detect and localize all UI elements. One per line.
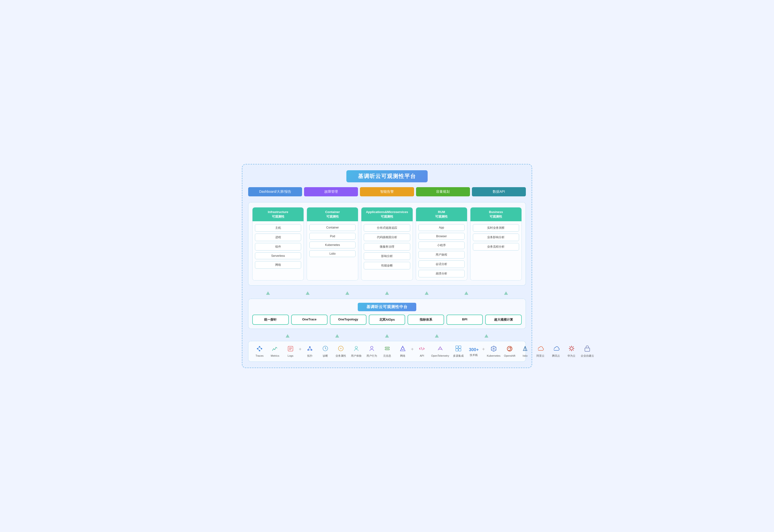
mid-item-超大规模计算: 超大规模计算 bbox=[485, 315, 522, 325]
mid-item-OneTopology: OneTopology bbox=[330, 315, 366, 325]
obs-item-App: App bbox=[418, 224, 465, 231]
icon-group-3: KubernetesOpenshiftIstio阿里云腾讯云华为云企业自建云 bbox=[487, 345, 594, 358]
obs-col-2: Applications&Microservices 可观测性分布式链路追踪代码… bbox=[361, 207, 413, 280]
svg-point-22 bbox=[371, 346, 373, 349]
obs-section: Infrastructure 可观测性主机进程组件Serverless网络Con… bbox=[248, 202, 526, 285]
arrow-0 bbox=[266, 291, 270, 295]
arrow-1 bbox=[335, 334, 339, 338]
topology-icon bbox=[306, 345, 313, 353]
obs-col-items-3: AppBrowser小程序用户旅程会话分析崩溃分析 bbox=[416, 224, 467, 277]
nav-item-智能告警[interactable]: 智能告警 bbox=[360, 187, 414, 196]
svg-line-46 bbox=[572, 349, 573, 350]
meta-icon bbox=[384, 345, 391, 353]
diagnose-label: 诊断 bbox=[323, 354, 328, 358]
svg-rect-29 bbox=[456, 346, 458, 348]
icon-item-bizattr: 业务属性 bbox=[335, 345, 347, 358]
multisrc-label: 多源集成 bbox=[453, 354, 464, 358]
aliyun-icon bbox=[537, 345, 544, 353]
icon-item-api: API bbox=[416, 345, 428, 357]
arrow-4 bbox=[484, 334, 488, 338]
metrics-icon bbox=[272, 345, 278, 353]
mid-platform-title-section: 基调听云可观测性中台 bbox=[252, 303, 522, 311]
obs-col-0: Infrastructure 可观测性主机进程组件Serverless网络 bbox=[252, 207, 304, 280]
arrow-0 bbox=[286, 334, 290, 338]
tencent-label: 腾讯云 bbox=[552, 354, 560, 358]
network-label: 网络 bbox=[400, 354, 405, 358]
icon-item-traces: Traces bbox=[253, 345, 266, 357]
obs-item-崩溃分析: 崩溃分析 bbox=[418, 270, 465, 277]
obs-item-影响分析: 影响分析 bbox=[364, 252, 410, 260]
arrows-row-1 bbox=[248, 289, 526, 297]
arrow-3 bbox=[435, 334, 439, 338]
arrow-4 bbox=[425, 291, 429, 295]
svg-rect-49 bbox=[585, 348, 590, 351]
mid-item-北冥AIOps: 北冥AIOps bbox=[369, 315, 405, 325]
techstack-label: 技术栈 bbox=[470, 353, 478, 357]
obs-item-Kubernetes: Kubernetes bbox=[309, 242, 356, 248]
svg-line-4 bbox=[258, 347, 260, 349]
obs-item-Container: Container bbox=[309, 224, 356, 231]
platform-title-section: 基调听云可观测性平台 bbox=[248, 170, 526, 182]
mid-item-指标体系: 指标体系 bbox=[408, 315, 444, 325]
topology-label: 拓扑 bbox=[307, 354, 313, 358]
obs-item-进程: 进程 bbox=[255, 234, 301, 241]
obs-col-header-1: Container 可观测性 bbox=[307, 207, 358, 221]
logs-label: Logs bbox=[288, 354, 293, 357]
icon-item-multisrc: 多源集成 bbox=[452, 345, 465, 358]
icon-item-diagnose: 诊断 bbox=[319, 345, 332, 358]
userexp-icon bbox=[353, 345, 360, 353]
arrow-2 bbox=[385, 334, 389, 338]
nav-item-Dashboard/大屏/报告[interactable]: Dashboard/大屏/报告 bbox=[248, 187, 302, 196]
bizattr-icon bbox=[337, 345, 344, 353]
logs-icon bbox=[287, 345, 294, 353]
istio-label: Istio bbox=[523, 354, 528, 357]
icon-item-huawei: 华为云 bbox=[565, 345, 578, 358]
mid-platform-title-box: 基调听云可观测性中台 bbox=[358, 303, 416, 311]
obs-col-4: Business 可观测性实时业务洞察业务影响分析业务流程分析 bbox=[470, 207, 522, 280]
arrows-row-2 bbox=[248, 333, 526, 339]
svg-line-6 bbox=[258, 349, 260, 351]
arrow-1 bbox=[306, 291, 310, 295]
svg-line-27 bbox=[421, 347, 422, 350]
top-nav: Dashboard/大屏/报告故障管理智能告警容量规划数据API bbox=[248, 187, 526, 196]
icon-item-topology: 拓扑 bbox=[304, 345, 316, 358]
obs-item-会话分析: 会话分析 bbox=[418, 260, 465, 268]
icon-item-tencent: 腾讯云 bbox=[550, 345, 562, 358]
icon-item-logs: Logs bbox=[284, 345, 297, 357]
svg-line-45 bbox=[570, 347, 571, 348]
icon-item-openshift: Openshift bbox=[503, 345, 516, 357]
nav-item-故障管理[interactable]: 故障管理 bbox=[304, 187, 358, 196]
icon-item-istio: Istio bbox=[519, 345, 531, 357]
obs-col-header-2: Applications&Microservices 可观测性 bbox=[361, 207, 412, 221]
obs-item-微服务治理: 微服务治理 bbox=[364, 243, 410, 251]
metrics-label: Metrics bbox=[271, 354, 279, 357]
svg-marker-25 bbox=[400, 346, 405, 351]
nav-item-容量规划[interactable]: 容量规划 bbox=[416, 187, 470, 196]
meta-label: 元信息 bbox=[383, 354, 391, 358]
obs-col-header-3: RUM 可观测性 bbox=[416, 207, 467, 221]
arrow-2 bbox=[345, 291, 349, 295]
obs-col-items-1: ContainerPodKubernetesLstio bbox=[307, 224, 358, 257]
icon-item-metrics: Metrics bbox=[269, 345, 281, 357]
icon-group-2: APIOpenTelemetry多源集成300+技术栈 bbox=[416, 345, 480, 358]
diagnose-icon bbox=[322, 345, 329, 353]
bizattr-label: 业务属性 bbox=[335, 354, 346, 358]
k8s-label: Kubernetes bbox=[487, 354, 500, 357]
bottom-icons-row: TracesMetricsLogs+拓扑诊断业务属性用户体验用户行为元信息网络+… bbox=[253, 345, 521, 358]
svg-point-26 bbox=[402, 347, 404, 350]
obs-item-网络: 网络 bbox=[255, 261, 301, 269]
nav-item-数据API[interactable]: 数据API bbox=[472, 187, 526, 196]
obs-item-组件: 组件 bbox=[255, 243, 301, 251]
useract-label: 用户行为 bbox=[366, 354, 377, 358]
svg-line-19 bbox=[325, 348, 326, 349]
arrow-3 bbox=[385, 291, 389, 295]
traces-icon bbox=[256, 345, 263, 353]
obs-item-Lstio: Lstio bbox=[309, 250, 356, 257]
svg-line-47 bbox=[572, 347, 573, 348]
obs-item-分布式链路追踪: 分布式链路追踪 bbox=[364, 224, 410, 232]
obs-item-代码级根因分析: 代码级根因分析 bbox=[364, 234, 410, 241]
plus-sign-1: + bbox=[299, 347, 302, 356]
api-icon bbox=[418, 345, 425, 353]
icon-group-0: TracesMetricsLogs bbox=[253, 345, 297, 357]
svg-rect-24 bbox=[385, 349, 389, 350]
